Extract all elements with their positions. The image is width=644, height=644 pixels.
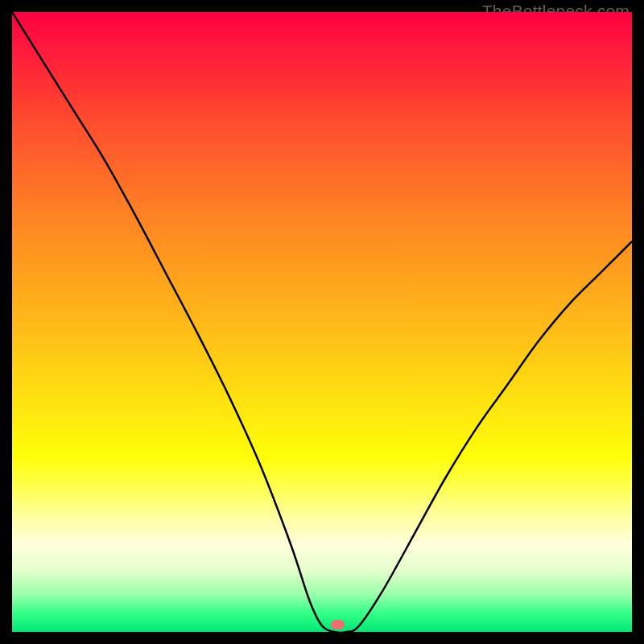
curve-path xyxy=(12,12,632,632)
bottleneck-curve xyxy=(12,12,632,632)
plot-area xyxy=(12,12,632,632)
optimal-marker xyxy=(331,620,345,630)
chart-container: TheBottleneck.com xyxy=(0,0,644,644)
